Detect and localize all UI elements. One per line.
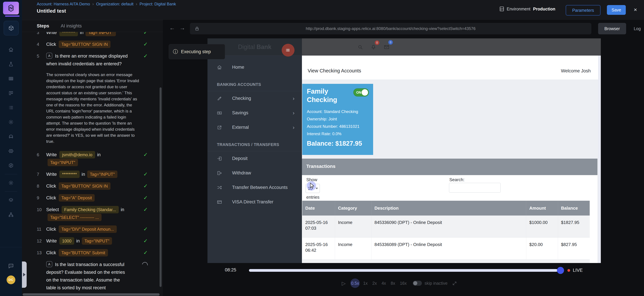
rail-item-table[interactable]	[0, 71, 22, 86]
column-header-amount[interactable]: Amount	[526, 201, 558, 216]
steps-horizontal-scrollbar[interactable]	[22, 293, 160, 296]
home-icon	[8, 47, 14, 52]
rail-item-chain[interactable]	[0, 158, 22, 173]
step-target-chip[interactable]: Tag="INPUT"	[87, 170, 118, 178]
breadcrumb-link[interactable]: Organization: default	[96, 2, 134, 6]
step-number: 3	[37, 32, 39, 36]
step-target-chip[interactable]: Tag="INPUT"	[48, 159, 78, 166]
sidebar-item-deposit[interactable]: Deposit	[208, 151, 302, 166]
sidebar-item-home[interactable]: Home	[208, 60, 302, 74]
environment-value[interactable]: Production	[533, 6, 555, 11]
steps-vertical-scrollbar[interactable]	[160, 87, 162, 287]
db-page-title: View Checking Accounts	[308, 68, 361, 74]
step-value-chip[interactable]: Family Checking (Standar...	[62, 206, 119, 213]
bell-icon[interactable]	[371, 44, 376, 50]
column-header-category[interactable]: Category	[335, 201, 372, 216]
speed-option-1x[interactable]: 1x	[363, 281, 368, 286]
step-row[interactable]: 5AIs there an error message displayed wh…	[37, 52, 148, 68]
list-icon	[8, 105, 14, 110]
sidebar-item-withdraw[interactable]: Withdraw	[208, 166, 302, 180]
step-row[interactable]: 11Click Tag="DIV" Deposit Amoun...✓	[37, 225, 148, 233]
search-icon[interactable]	[358, 44, 363, 50]
browser-forward-icon[interactable]: →	[180, 24, 185, 31]
close-icon[interactable]: ×	[631, 5, 640, 14]
tab-log[interactable]: Log	[627, 23, 644, 34]
sidebar-item-savings[interactable]: Savings›	[208, 106, 302, 120]
rail-item-gear[interactable]	[0, 176, 22, 190]
breadcrumb-link[interactable]: Account: Harness AITA Demo	[37, 2, 90, 6]
step-row[interactable]: 12Write 1000inTag="INPUT"✓	[37, 237, 148, 245]
account-toggle[interactable]: ON	[353, 88, 369, 97]
tab-ai-insights[interactable]: AI insights	[61, 23, 82, 29]
skip-inactive-label: skip inactive	[424, 281, 448, 286]
parameters-button[interactable]: Parameters	[566, 5, 600, 15]
rail-item-layers[interactable]	[0, 193, 22, 207]
envelope-icon[interactable]	[384, 44, 389, 50]
step-row[interactable]: 8Click Tag="BUTTON" SIGN IN✓	[37, 182, 148, 190]
step-target-chip[interactable]: Tag="INPUT"	[82, 237, 112, 245]
step-target-chip[interactable]: Tag="DIV" Deposit Amoun...	[59, 225, 117, 233]
step-row[interactable]: 13Click Tag="BUTTON" Submit✓	[37, 249, 148, 257]
speed-option-4x[interactable]: 4x	[382, 281, 386, 286]
sidebar-item-transfer-between-accounts[interactable]: Transfer Between Accounts	[208, 180, 302, 195]
sidebar-menu-button[interactable]	[282, 44, 294, 57]
playback-knob[interactable]	[557, 267, 564, 274]
search-input[interactable]	[449, 183, 501, 193]
play-icon[interactable]: ▷	[342, 280, 346, 286]
column-header-balance[interactable]: Balance	[558, 201, 590, 216]
step-target-chip[interactable]: Tag="BUTTON" SIGN IN	[59, 41, 110, 48]
step-value-chip[interactable]: ********	[59, 32, 78, 36]
speed-option-0.5x[interactable]: 0.5x	[350, 279, 360, 288]
save-button[interactable]: Save	[607, 5, 626, 15]
column-header-description[interactable]: Description	[372, 201, 526, 216]
step-row[interactable]: 7Write *********inTag="INPUT"✓	[37, 170, 148, 178]
step-value-chip[interactable]: jsmith@demo.io	[59, 151, 95, 158]
rail-item-flask[interactable]	[0, 57, 22, 71]
table-cell: $827.95	[558, 238, 590, 260]
rail-item-list[interactable]	[0, 100, 22, 115]
rail-item-active-module[interactable]	[4, 21, 18, 35]
step-row[interactable]: 3Write ********inTag="INPUT"✓	[37, 32, 148, 36]
step-target-chip[interactable]: Tag="A" Deposit	[59, 194, 95, 202]
url-text[interactable]: http://prod.dbank.staging-apps.relicx.ai…	[306, 26, 476, 31]
help-chat-button[interactable]	[0, 259, 22, 273]
tab-steps[interactable]: Steps	[37, 23, 49, 29]
handle-arrow-icon	[23, 273, 26, 277]
speed-option-8x[interactable]: 8x	[391, 281, 395, 286]
rail-item-board[interactable]	[0, 86, 22, 100]
browser-back-icon[interactable]: ←	[169, 24, 175, 31]
user-avatar[interactable]: DC	[6, 276, 15, 284]
step-row[interactable]: 6Write jsmith@demo.ioinTag="INPUT"✓	[37, 151, 148, 166]
step-target-chip[interactable]: Tag="BUTTON" SIGN IN	[59, 182, 110, 190]
step-target-chip[interactable]: Tag="SELECT" ---------- ...	[48, 214, 102, 221]
speed-option-16x[interactable]: 16x	[400, 281, 407, 286]
tab-browser[interactable]: Browser	[598, 23, 626, 34]
rail-item-home[interactable]	[0, 42, 22, 57]
step-target-chip[interactable]: Tag="BUTTON" Submit	[59, 249, 108, 256]
rail-item-incognito[interactable]	[0, 129, 22, 144]
rail-item-gear[interactable]	[0, 115, 22, 129]
column-header-date[interactable]: Date	[302, 201, 335, 216]
panel-collapse-handle[interactable]	[22, 262, 27, 288]
rail-item-pipeline[interactable]	[0, 144, 22, 158]
fullscreen-icon[interactable]	[452, 281, 457, 286]
rail-item-hierarchy[interactable]	[0, 207, 22, 222]
skip-inactive-toggle[interactable]	[413, 281, 422, 286]
sidebar-item-visa-direct-transfer[interactable]: VISA Direct Transfer	[208, 195, 302, 209]
step-target-chip[interactable]: Tag="INPUT"	[86, 32, 116, 36]
step-row[interactable]: 4Click Tag="BUTTON" SIGN IN✓	[37, 40, 148, 48]
url-bar[interactable]: http://prod.dbank.staging-apps.relicx.ai…	[190, 23, 591, 34]
step-value-chip[interactable]: *********	[59, 170, 80, 178]
step-number: 10	[37, 206, 42, 213]
playback-track[interactable]	[249, 269, 558, 272]
speed-option-2x[interactable]: 2x	[372, 281, 377, 286]
breadcrumb-link[interactable]: Project: Digital Bank	[140, 2, 176, 6]
app-page-scrollbar[interactable]	[598, 56, 601, 263]
step-value-chip[interactable]: 1000	[59, 237, 74, 245]
step-row[interactable]: 10Select Family Checking (Standar...inTa…	[37, 206, 148, 221]
transactions-header: Transactions	[302, 159, 598, 175]
sidebar-item-checking[interactable]: Checking›	[208, 91, 302, 106]
step-row[interactable]: 9Click Tag="A" Deposit✓	[37, 194, 148, 202]
sidebar-item-external[interactable]: External›	[208, 120, 302, 135]
step-row[interactable]: AIs the last transaction a successful de…	[37, 261, 148, 292]
